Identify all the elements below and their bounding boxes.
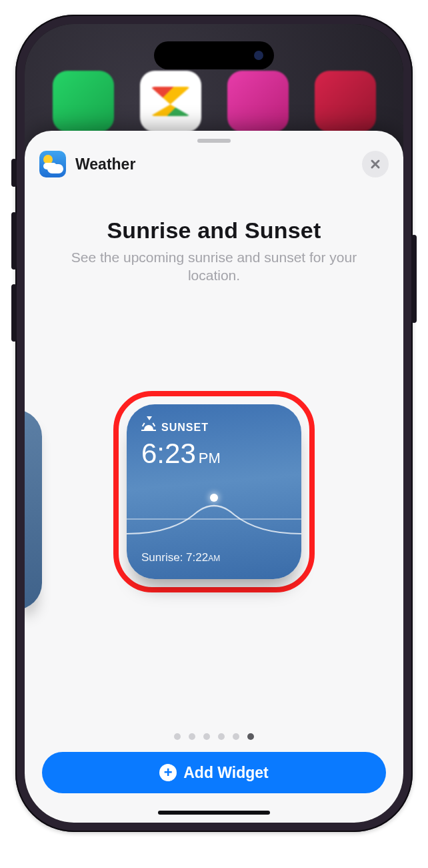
home-app-icon [315, 71, 376, 132]
widget-preview-area: SUNSET 6:23PM S [25, 391, 403, 592]
volume-up-button [11, 212, 17, 270]
home-app-icon [140, 71, 201, 132]
widget-header-label: SUNSET [161, 422, 209, 434]
app-name-label: Weather [75, 155, 135, 173]
sunrise-ampm: AM [208, 554, 220, 563]
page-dot[interactable] [203, 733, 210, 740]
sun-path-graphic [127, 482, 301, 542]
sunset-icon [141, 420, 156, 435]
widget-preview-card[interactable]: SUNSET 6:23PM S [127, 404, 301, 579]
widget-title: Sunrise and Sunset [25, 218, 403, 244]
page-dot[interactable] [233, 733, 239, 740]
sunrise-row: Sunrise: 7:22AM [141, 551, 220, 564]
add-widget-label: Add Widget [183, 764, 269, 782]
plus-circle-icon: + [159, 764, 177, 781]
page-dot[interactable] [189, 733, 195, 740]
sunrise-time-value: 7:22 [186, 551, 208, 564]
sheet-header: Weather [25, 151, 403, 177]
sunset-ampm: PM [199, 450, 221, 467]
home-app-icon [53, 71, 114, 132]
sunrise-label: Sunrise: [141, 551, 183, 564]
side-button [411, 235, 417, 323]
close-icon [370, 159, 381, 169]
widget-description: See the upcoming sunrise and sunset for … [51, 248, 377, 284]
annotation-highlight: SUNSET 6:23PM S [113, 391, 315, 592]
weather-app-icon [39, 151, 66, 177]
widget-header-row: SUNSET [141, 420, 287, 435]
mute-switch [11, 159, 17, 187]
home-indicator[interactable] [158, 811, 270, 815]
home-app-icon [227, 71, 289, 132]
sheet-grabber[interactable] [197, 139, 231, 143]
page-dot-active[interactable] [247, 733, 254, 740]
screen: Weather Sunrise and Sunset See the upcom… [25, 24, 403, 823]
sunset-time: 6:23PM [141, 438, 287, 470]
home-app-row [25, 61, 403, 141]
sun-position-dot [210, 494, 218, 502]
widget-picker-sheet: Weather Sunrise and Sunset See the upcom… [25, 131, 403, 823]
close-button[interactable] [362, 151, 389, 177]
volume-down-button [11, 284, 17, 342]
page-dot[interactable] [218, 733, 225, 740]
sunset-time-value: 6:23 [141, 438, 196, 470]
page-dot[interactable] [174, 733, 181, 740]
page-indicator[interactable] [25, 733, 403, 740]
dynamic-island [154, 41, 274, 69]
phone-frame: Weather Sunrise and Sunset See the upcom… [15, 15, 413, 832]
add-widget-button[interactable]: + Add Widget [42, 752, 386, 793]
